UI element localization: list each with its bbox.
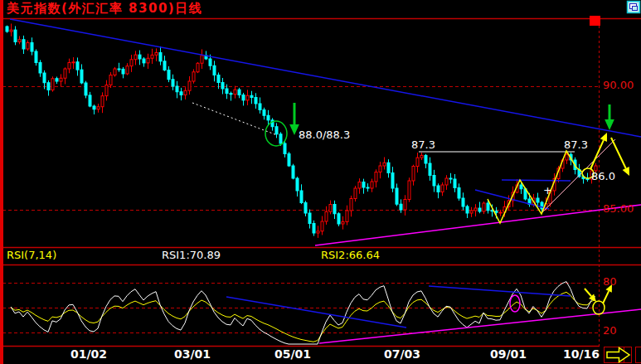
blue-flat-line [502, 180, 571, 181]
chart-window: 美元指数(外汇汇率 8300)日线 90.00 85.00 88.0/88.3 … [0, 0, 641, 364]
rsi-magenta-support [319, 309, 641, 343]
left-border-bar [0, 0, 3, 364]
chart-canvas[interactable] [0, 0, 641, 364]
rsi-line-14 [11, 292, 595, 342]
scroll-right-button[interactable] [605, 347, 632, 363]
main-downtrend [10, 19, 641, 137]
green-sell-arrow-1 [289, 103, 299, 135]
restore-window-icon[interactable] [628, 2, 640, 13]
rsi-blue-b [429, 286, 571, 296]
rsi-arrow-into-circle [585, 289, 596, 302]
scroll-right-edge-box[interactable] [636, 347, 641, 363]
pink-rising-line [541, 139, 615, 214]
rsi-arrow-up [603, 284, 612, 303]
green-sell-arrow-2 [605, 104, 614, 130]
yellow-forecast-down [611, 138, 629, 176]
red-square-marker [590, 16, 600, 26]
rsi-line-7 [11, 282, 595, 344]
yellow-forecast-up [590, 133, 607, 169]
